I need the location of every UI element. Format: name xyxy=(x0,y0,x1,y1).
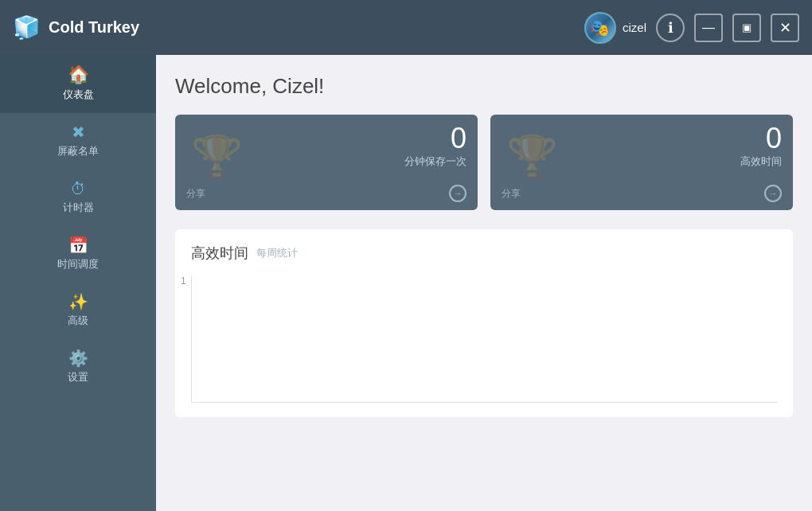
app-logo-icon: 🧊 xyxy=(13,14,41,41)
minimize-button[interactable]: — xyxy=(694,14,723,42)
main-layout: 🏠 仪表盘 ✖ 屏蔽名单 ⏱ 计时器 📅 时间调度 ✨ 高级 ⚙️ 设置 Wel… xyxy=(0,55,812,511)
sidebar: 🏠 仪表盘 ✖ 屏蔽名单 ⏱ 计时器 📅 时间调度 ✨ 高级 ⚙️ 设置 xyxy=(0,55,156,511)
stat-card-productive: 🏆 0 高效时间 分享 → xyxy=(490,115,793,210)
trophy-icon-2: 🏆 xyxy=(506,133,558,181)
sidebar-item-settings[interactable]: ⚙️ 设置 xyxy=(0,339,156,396)
info-button[interactable]: ℹ xyxy=(656,14,685,42)
stat-card-minutes: 🏆 0 分钟保存一次 分享 → xyxy=(175,115,478,210)
content-area: Welcome, Cizel! 🏆 0 分钟保存一次 分享 → 🏆 0 xyxy=(156,55,812,511)
maximize-icon: ▣ xyxy=(742,21,751,33)
share-link-2[interactable]: 分享 xyxy=(502,187,521,201)
chart-y-label: 1 xyxy=(181,275,186,287)
sidebar-item-advanced[interactable]: ✨ 高级 xyxy=(0,283,156,339)
stat-card-1-top: 0 分钟保存一次 xyxy=(404,124,467,169)
trophy-icon-1: 🏆 xyxy=(191,133,243,181)
sidebar-item-schedule[interactable]: 📅 时间调度 xyxy=(0,226,156,283)
stat-number-2: 0 xyxy=(740,124,782,153)
share-link-1[interactable]: 分享 xyxy=(186,187,205,201)
title-bar-right: 🎭 cizel ℹ — ▣ ✕ xyxy=(584,12,799,44)
analytics-header: 高效时间 每周统计 xyxy=(191,244,777,263)
sidebar-label-dashboard: 仪表盘 xyxy=(63,88,94,102)
clock-icon: ⏱ xyxy=(70,181,86,197)
gear-icon: ⚙️ xyxy=(68,350,88,366)
calendar-icon: 📅 xyxy=(68,237,88,253)
avatar-image: 🎭 xyxy=(586,14,615,42)
wand-icon: ✨ xyxy=(68,294,88,310)
sidebar-label-schedule: 时间调度 xyxy=(57,257,99,271)
home-icon: 🏠 xyxy=(68,66,89,84)
arrow-button-1[interactable]: → xyxy=(449,185,467,202)
title-bar: 🧊 Cold Turkey 🎭 cizel ℹ — ▣ ✕ xyxy=(0,0,812,55)
avatar: 🎭 xyxy=(584,12,616,44)
arrow-button-2[interactable]: → xyxy=(764,185,782,202)
stat-number-1: 0 xyxy=(404,124,467,153)
sidebar-label-timer: 计时器 xyxy=(63,201,94,215)
stat-card-2-top: 0 高效时间 xyxy=(740,124,782,169)
stat-cards-container: 🏆 0 分钟保存一次 分享 → 🏆 0 高效时间 分享 xyxy=(175,115,793,210)
app-title: Cold Turkey xyxy=(49,18,139,37)
maximize-button[interactable]: ▣ xyxy=(732,14,761,42)
username-label: cizel xyxy=(623,21,646,34)
sidebar-label-blocklist: 屏蔽名单 xyxy=(57,144,99,158)
analytics-subtitle: 每周统计 xyxy=(256,246,298,260)
analytics-section: 高效时间 每周统计 1 xyxy=(175,229,793,417)
close-x-icon: ✖ xyxy=(72,124,85,140)
stat-card-2-bottom: 分享 → xyxy=(502,185,782,202)
welcome-heading: Welcome, Cizel! xyxy=(175,74,793,99)
close-button[interactable]: ✕ xyxy=(771,14,799,42)
sidebar-label-advanced: 高级 xyxy=(68,314,88,328)
stat-label-2: 高效时间 xyxy=(740,154,782,169)
sidebar-item-blocklist[interactable]: ✖ 屏蔽名单 xyxy=(0,113,156,170)
sidebar-item-dashboard[interactable]: 🏠 仪表盘 xyxy=(0,55,156,113)
sidebar-label-settings: 设置 xyxy=(68,370,88,384)
stat-card-1-bottom: 分享 → xyxy=(186,185,467,202)
stat-label-1: 分钟保存一次 xyxy=(404,154,467,169)
title-bar-left: 🧊 Cold Turkey xyxy=(13,14,139,41)
sidebar-item-timer[interactable]: ⏱ 计时器 xyxy=(0,170,156,226)
user-area[interactable]: 🎭 cizel xyxy=(584,12,646,44)
analytics-title: 高效时间 xyxy=(191,244,248,263)
chart-area: 1 xyxy=(191,275,777,403)
